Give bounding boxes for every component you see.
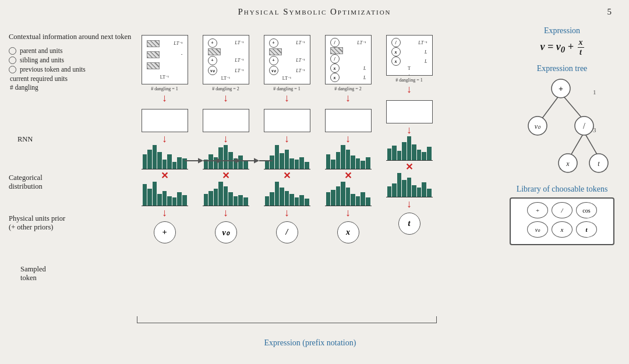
- input-box-5: / LT⁻¹ x L x L T .: [386, 35, 433, 76]
- prior-chart-5: [386, 173, 433, 197]
- x-mark-2: ✕: [222, 170, 229, 181]
- x-mark-1: ✕: [161, 170, 168, 181]
- token-output-3: /: [276, 221, 298, 243]
- radio-sibling[interactable]: sibling and units: [9, 56, 137, 64]
- arrow-10: ↓: [345, 93, 351, 103]
- lib-token-div: /: [552, 202, 573, 218]
- rnn-box-5: [386, 100, 433, 123]
- arrow-11: ↓: [345, 133, 351, 144]
- bar-chart-4: [325, 145, 372, 169]
- context-title: Contextual information around next token: [9, 32, 137, 43]
- col-4: / LT⁻¹ / x L x L # dangling = 2 ↓ ↓: [320, 35, 376, 243]
- radio-circle-sibling: [9, 56, 16, 64]
- prior-chart-2: [203, 182, 249, 206]
- arrow-3: ↓: [162, 207, 167, 218]
- token-output-5: t: [398, 213, 420, 235]
- input-box-3: + LT⁻¹ + LT⁻¹ v₀ LT⁻¹ LT⁻¹: [264, 35, 310, 84]
- svg-line-2: [570, 132, 584, 157]
- col-5: / LT⁻¹ x L x L T . # dangling = 1 ↓ ↓: [381, 35, 437, 235]
- lib-token-t: t: [576, 221, 597, 238]
- radio-parent[interactable]: parent and units: [9, 47, 137, 55]
- right-panel: Expression v = v0 + x t Expression tree …: [504, 26, 620, 245]
- bracket: [137, 316, 437, 323]
- dangling-5: # dangling = 1: [395, 77, 423, 83]
- svg-text:v₀: v₀: [534, 122, 540, 130]
- svg-text:/: /: [583, 122, 585, 130]
- arrow-12: ↓: [345, 207, 351, 218]
- token-output-2: v₀: [215, 221, 237, 243]
- token-output-1: +: [154, 221, 176, 243]
- bar-chart-1: [142, 145, 188, 169]
- radio-circle-prev: [9, 66, 16, 73]
- lib-token-v0: v₀: [527, 221, 548, 238]
- svg-text:x: x: [566, 160, 570, 168]
- expression-title: Expression: [504, 26, 620, 36]
- col-3: + LT⁻¹ + LT⁻¹ v₀ LT⁻¹ LT⁻¹ # dangling = …: [259, 35, 314, 243]
- dangling-3: # dangling = 1: [273, 86, 301, 91]
- arrow-9: ↓: [284, 207, 289, 218]
- dangling-1: # dangling = 1: [151, 86, 178, 91]
- x-mark-3: ✕: [283, 170, 291, 181]
- rnn-label: RNN: [17, 135, 33, 144]
- bar-chart-5: [386, 136, 433, 161]
- rnn-box-4: [325, 109, 372, 132]
- dangling-2: # dangling = 2: [212, 86, 239, 91]
- token-output-4: x: [337, 221, 359, 243]
- library-row-2: v₀ x t: [514, 221, 610, 238]
- expression-formula: v = v0 + x t: [504, 38, 620, 57]
- label-dangling: # dangling: [9, 84, 137, 91]
- expression-tree: 1 2 3 4 5 + v₀ / x t: [508, 77, 616, 179]
- rnn-box-1: [142, 109, 188, 132]
- svg-line-3: [584, 132, 599, 157]
- rnn-box-2: [203, 109, 249, 132]
- tree-title: Expression tree: [504, 64, 620, 73]
- dangling-4: # dangling = 2: [334, 86, 362, 91]
- page-number: 5: [607, 7, 612, 17]
- arrow-6: ↓: [223, 207, 228, 218]
- main-diagram: LT⁻¹ - LT⁻¹ # dangling = 1 ↓ ↓: [131, 26, 504, 358]
- label-current-units: current required units: [9, 75, 137, 82]
- arrow-1: ↓: [162, 93, 167, 103]
- col-2: + LT⁻¹ + LT⁻¹ v₀ LT⁻¹ LT⁻¹ # dangling = …: [198, 35, 253, 243]
- input-box-1: LT⁻¹ - LT⁻¹: [142, 35, 188, 84]
- arrow-2: ↓: [162, 133, 167, 144]
- sampled-label: Sampledtoken: [20, 265, 46, 282]
- arrow-8: ↓: [284, 133, 289, 144]
- arrow-5: ↓: [223, 133, 228, 144]
- page-title: Physical Symbolic Optimization: [0, 0, 629, 17]
- lib-token-plus: +: [527, 202, 548, 218]
- radio-label-prev: previous token and units: [20, 66, 86, 73]
- arrow-14: ↓: [407, 125, 412, 135]
- arrow-4: ↓: [223, 93, 228, 103]
- prior-chart-1: [142, 182, 188, 206]
- cat-label: Categoricaldistribution: [9, 174, 43, 191]
- arrow-15: ↓: [407, 199, 412, 209]
- svg-text:1: 1: [593, 89, 596, 96]
- library-title: Library of choosable tokens: [504, 185, 620, 194]
- phys-label: Physical units prior(+ other priors): [9, 214, 65, 232]
- left-panel: Contextual information around next token…: [9, 32, 137, 93]
- library-box: + / cos v₀ x t: [510, 197, 614, 245]
- radio-label-sibling: sibling and units: [20, 56, 64, 63]
- x-mark-4: ✕: [344, 170, 352, 181]
- svg-text:+: +: [559, 84, 563, 93]
- col-1: LT⁻¹ - LT⁻¹ # dangling = 1 ↓ ↓: [137, 35, 192, 243]
- radio-label-parent: parent and units: [20, 47, 62, 54]
- radio-circle-parent: [9, 47, 16, 55]
- arrow-13: ↓: [407, 84, 412, 94]
- input-box-2: + LT⁻¹ + LT⁻¹ v₀ LT⁻¹ LT⁻¹: [203, 35, 249, 84]
- rnn-connectors: ▶ ▶ ▶ ▶: [185, 156, 273, 165]
- rnn-box-3: [264, 109, 310, 132]
- library-row-1: + / cos: [514, 202, 610, 218]
- lib-token-cos: cos: [576, 202, 597, 218]
- x-mark-5: ✕: [405, 161, 413, 172]
- bottom-label: Expression (prefix notation): [131, 338, 489, 348]
- prior-chart-3: [264, 182, 310, 206]
- arrow-7: ↓: [284, 93, 289, 103]
- prior-chart-4: [325, 182, 372, 206]
- radio-prev-token[interactable]: previous token and units: [9, 66, 137, 73]
- input-box-4: / LT⁻¹ / x L x L: [325, 35, 372, 84]
- lib-token-x: x: [552, 221, 573, 238]
